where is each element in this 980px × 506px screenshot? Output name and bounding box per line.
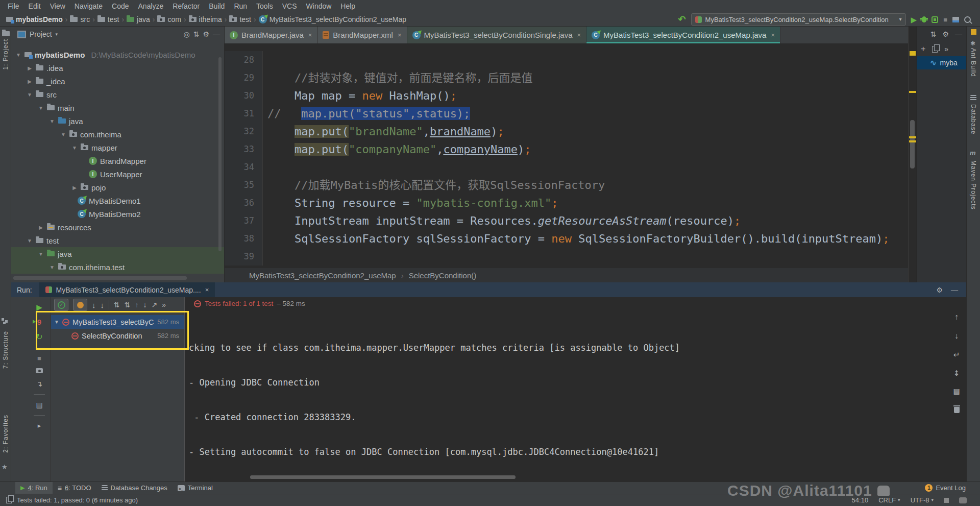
breadcrumb-com[interactable]: com — [157, 15, 181, 23]
breadcrumb-file[interactable]: CMyBatisTest3_selectByCondition2_useMap — [259, 15, 406, 23]
tab-brandmapper-java[interactable]: I BrandMapper.java × — [225, 27, 317, 43]
tree-item-resources[interactable]: ▶resources — [11, 221, 224, 234]
stop-button[interactable]: ■ — [37, 355, 41, 362]
close-icon[interactable]: × — [398, 31, 402, 39]
more-icon[interactable]: » — [944, 45, 948, 53]
tree-item-idea2[interactable]: ▶_idea — [11, 75, 224, 88]
breadcrumb-java[interactable]: java — [127, 15, 150, 23]
tool-button-project[interactable]: 1: Project — [2, 39, 9, 71]
locate-file-icon[interactable]: ◎ — [183, 31, 189, 38]
scrollbar-thumb[interactable] — [910, 120, 915, 168]
duplicate-icon[interactable] — [932, 46, 938, 53]
add-datasource-icon[interactable]: + — [921, 45, 925, 53]
print-icon[interactable]: ▤ — [953, 388, 960, 395]
encoding-select[interactable]: UTF-8▾ — [911, 496, 934, 504]
scroll-to-end-icon[interactable]: ⇟ — [953, 369, 960, 377]
tree-item-brandmapper[interactable]: IBrandMapper — [11, 154, 224, 167]
event-log-button[interactable]: 1 Event Log — [925, 481, 966, 494]
tool-button-database[interactable]: Database — [970, 104, 977, 136]
console-horizontal-scrollbar[interactable] — [250, 475, 516, 479]
tree-item-mybatisdemo2[interactable]: CMyBatisDemo2 — [11, 207, 224, 221]
editor-scrollbar[interactable] — [908, 27, 916, 282]
hide-panel-icon[interactable]: — — [951, 286, 958, 294]
show-ignored-toggle[interactable] — [73, 299, 87, 311]
tree-item-com-itheima-test[interactable]: ▼com.itheima.test — [11, 260, 224, 274]
breadcrumb-src[interactable]: src — [70, 15, 90, 23]
close-icon[interactable]: × — [771, 31, 775, 39]
show-passed-toggle[interactable]: ✓ — [54, 299, 68, 311]
hide-panel-icon[interactable]: — — [955, 31, 962, 38]
datasource-item-mybatis[interactable]: ∿ myba — [917, 56, 966, 69]
previous-failed-icon[interactable]: ↑ — [135, 301, 138, 308]
stop-button[interactable]: ■ — [943, 16, 947, 23]
tool-button-ant-build[interactable]: Ant Build — [970, 48, 977, 79]
export-test-results-icon[interactable]: ↗ — [151, 301, 157, 308]
menu-tools[interactable]: Tools — [252, 2, 278, 10]
expand-all-icon[interactable]: ⇅ — [114, 301, 120, 308]
rerun-button[interactable]: ▶ — [36, 303, 42, 311]
tool-window-icon[interactable] — [952, 17, 959, 22]
clear-console-icon[interactable] — [954, 407, 960, 413]
menu-view[interactable]: View — [45, 2, 70, 10]
sort-alphabetically-icon[interactable]: ↓ — [92, 301, 96, 309]
attach-debugger-icon[interactable]: ↴ — [36, 380, 43, 388]
menu-refactor[interactable]: Refactor — [168, 2, 204, 10]
collapse-all-icon[interactable]: ⇅ — [125, 301, 131, 308]
tree-item-java-main[interactable]: ▼java — [11, 114, 224, 128]
scroll-down-icon[interactable]: ↓ — [954, 332, 959, 340]
tab-brandmapper-xml[interactable]: BrandMapper.xml × — [317, 27, 407, 43]
menu-file[interactable]: File — [3, 2, 24, 10]
project-vertical-scrollbar[interactable] — [218, 57, 222, 251]
menu-help[interactable]: Help — [336, 2, 360, 10]
tree-item-src[interactable]: ▼src — [11, 88, 224, 101]
breadcrumb-project[interactable]: mybatisDemo — [6, 15, 63, 23]
run-configuration-select[interactable]: MyBatisTest3_selectByCondition2_useMap.S… — [691, 13, 906, 26]
tab-selectbyconditionsingle[interactable]: C MyBatisTest3_selectByConditionSingle.j… — [407, 27, 587, 43]
tool-button-favorites[interactable]: 2: Favorites — [2, 415, 9, 454]
chevron-down-icon[interactable]: ▾ — [56, 32, 58, 37]
gear-icon[interactable]: ⚙ — [942, 31, 949, 38]
tool-button-run[interactable]: ▶ 4: Run — [15, 482, 53, 494]
code-editor[interactable]: 28 29 //封装对象，键值对，前面是键名称，后面是值 30 Map map … — [225, 44, 908, 268]
tree-item-idea[interactable]: ▶.idea — [11, 61, 224, 75]
menu-analyze[interactable]: Analyze — [134, 2, 168, 10]
next-failed-icon[interactable]: ↓ — [143, 301, 146, 308]
debug-button[interactable] — [922, 16, 926, 22]
breadcrumb-itheima[interactable]: itheima — [189, 15, 222, 23]
tree-item-main[interactable]: ▼main — [11, 101, 224, 114]
tree-item-com-itheima[interactable]: ▼com.itheima — [11, 128, 224, 141]
menu-vcs[interactable]: VCS — [278, 2, 302, 10]
sort-by-duration-icon[interactable]: ↓ — [101, 301, 105, 309]
tree-item-mybatisdemo1[interactable]: CMyBatisDemo1 — [11, 194, 224, 207]
tool-button-database-changes[interactable]: Database Changes — [96, 482, 173, 494]
project-horizontal-scrollbar[interactable] — [13, 276, 187, 280]
menu-code[interactable]: Code — [107, 2, 133, 10]
tool-button-structure[interactable]: 7: Structure — [2, 331, 9, 370]
scroll-up-icon[interactable]: ↑ — [954, 313, 959, 321]
hide-panel-icon[interactable]: — — [213, 31, 220, 38]
tool-button-maven[interactable]: Maven Projects — [970, 160, 977, 211]
more-icon[interactable]: » — [162, 301, 166, 308]
tree-item-java-test[interactable]: ▼java — [11, 247, 224, 260]
tree-item-pojo[interactable]: ▶pojo — [11, 181, 224, 194]
notification-icon[interactable] — [971, 29, 976, 35]
caret-position[interactable]: 54:10 — [852, 496, 869, 504]
run-tab[interactable]: MyBatisTest3_selectByCondition2_useMap..… — [39, 282, 215, 297]
readonly-toggle-icon[interactable] — [944, 498, 949, 503]
pin-tab-icon[interactable]: ▸ — [38, 422, 41, 429]
menu-build[interactable]: Build — [204, 2, 229, 10]
close-icon[interactable]: × — [577, 31, 581, 39]
menu-window[interactable]: Window — [302, 2, 336, 10]
test-console[interactable]: Tests failed: 1 of 1 test – 582 ms cking… — [185, 297, 949, 481]
close-icon[interactable]: × — [205, 286, 209, 293]
thread-dump-button[interactable] — [36, 368, 43, 373]
load-changes-icon[interactable]: ↶ — [678, 15, 686, 24]
tree-item-test[interactable]: ▼test — [11, 234, 224, 247]
coverage-button[interactable] — [932, 16, 938, 23]
collapse-all-icon[interactable]: ⇅ — [193, 31, 200, 38]
search-everywhere-icon[interactable] — [964, 16, 971, 23]
run-button[interactable]: ▶ — [911, 16, 917, 23]
soft-wrap-icon[interactable]: ↵ — [953, 351, 960, 358]
gear-icon[interactable]: ⚙ — [203, 31, 209, 38]
close-icon[interactable]: × — [308, 31, 312, 39]
